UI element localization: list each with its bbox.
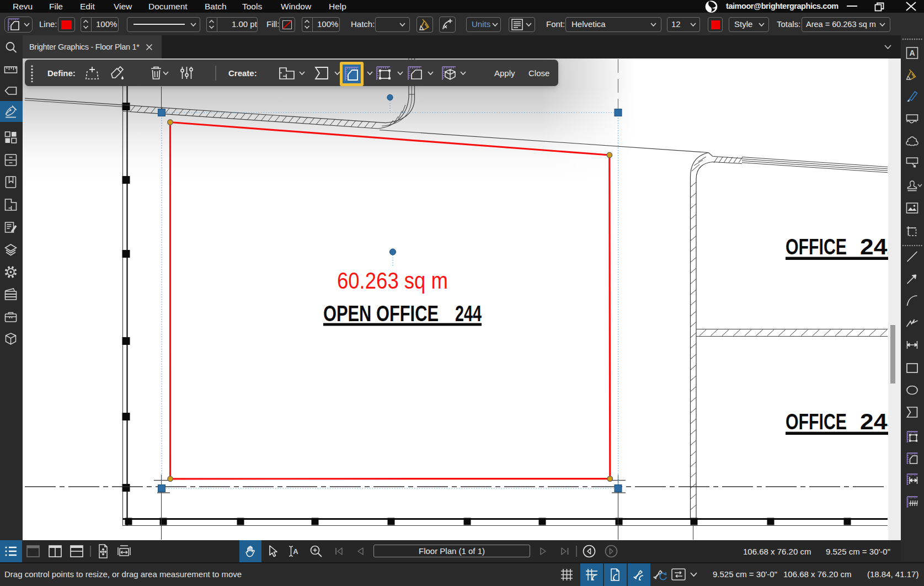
svg-text:OFFICE: OFFICE [786,235,847,259]
svg-text:244: 244 [455,301,482,326]
svg-text:OFFICE: OFFICE [786,409,847,434]
svg-text:A: A [293,547,298,556]
svg-text:243: 243 [860,409,901,434]
svg-text:OPEN OFFICE: OPEN OFFICE [323,301,439,326]
svg-text:A: A [909,49,915,57]
svg-text:242: 242 [860,235,901,259]
svg-text:60.263 sq m: 60.263 sq m [337,268,448,294]
